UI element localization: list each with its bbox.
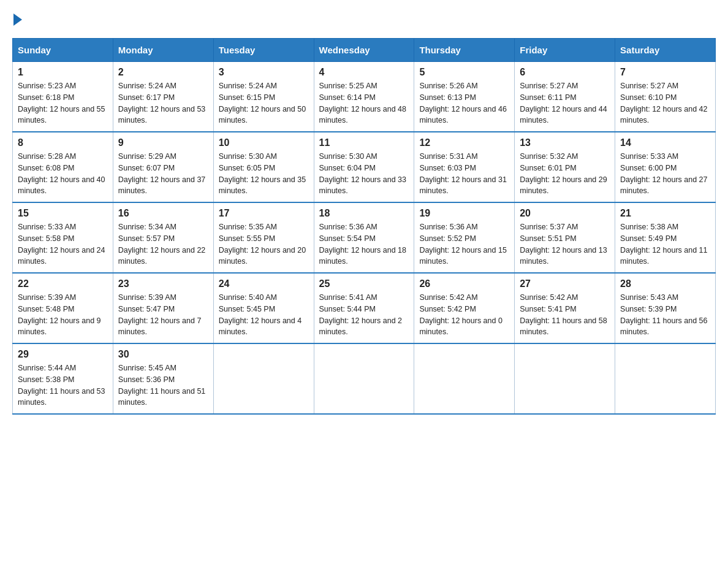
calendar-cell: 13Sunrise: 5:32 AMSunset: 6:01 PMDayligh… (515, 132, 615, 202)
day-number: 13 (520, 137, 610, 148)
calendar-cell (213, 343, 314, 414)
day-number: 27 (520, 278, 610, 289)
day-info: Sunrise: 5:41 AMSunset: 5:44 PMDaylight:… (319, 292, 409, 338)
day-number: 19 (419, 208, 509, 219)
day-info: Sunrise: 5:25 AMSunset: 6:14 PMDaylight:… (319, 80, 409, 126)
calendar-cell (314, 343, 414, 414)
day-info: Sunrise: 5:45 AMSunset: 5:36 PMDaylight:… (118, 362, 208, 408)
day-info: Sunrise: 5:26 AMSunset: 6:13 PMDaylight:… (419, 80, 509, 126)
calendar-cell: 16Sunrise: 5:34 AMSunset: 5:57 PMDayligh… (113, 202, 213, 273)
day-info: Sunrise: 5:31 AMSunset: 6:03 PMDaylight:… (419, 151, 509, 197)
logo-arrow-icon (13, 13, 22, 26)
day-number: 26 (419, 278, 509, 289)
day-info: Sunrise: 5:43 AMSunset: 5:39 PMDaylight:… (620, 292, 710, 338)
day-number: 10 (219, 137, 309, 148)
calendar-cell: 1Sunrise: 5:23 AMSunset: 6:18 PMDaylight… (13, 62, 113, 132)
calendar-cell: 26Sunrise: 5:42 AMSunset: 5:42 PMDayligh… (414, 273, 515, 343)
calendar-week-row: 29Sunrise: 5:44 AMSunset: 5:38 PMDayligh… (13, 343, 716, 414)
day-info: Sunrise: 5:35 AMSunset: 5:55 PMDaylight:… (219, 221, 309, 267)
calendar-cell: 17Sunrise: 5:35 AMSunset: 5:55 PMDayligh… (213, 202, 314, 273)
logo (12, 12, 22, 26)
day-number: 30 (118, 349, 208, 360)
calendar-table: SundayMondayTuesdayWednesdayThursdayFrid… (12, 38, 716, 415)
calendar-cell: 4Sunrise: 5:25 AMSunset: 6:14 PMDaylight… (314, 62, 414, 132)
calendar-cell: 5Sunrise: 5:26 AMSunset: 6:13 PMDaylight… (414, 62, 515, 132)
day-info: Sunrise: 5:33 AMSunset: 5:58 PMDaylight:… (18, 221, 108, 267)
calendar-cell (515, 343, 615, 414)
weekday-header-friday: Friday (515, 39, 615, 62)
day-info: Sunrise: 5:42 AMSunset: 5:41 PMDaylight:… (520, 292, 610, 338)
calendar-cell: 7Sunrise: 5:27 AMSunset: 6:10 PMDaylight… (615, 62, 716, 132)
day-number: 28 (620, 278, 710, 289)
day-info: Sunrise: 5:27 AMSunset: 6:11 PMDaylight:… (520, 80, 610, 126)
day-number: 20 (520, 208, 610, 219)
day-number: 4 (319, 67, 409, 78)
day-number: 24 (219, 278, 309, 289)
day-info: Sunrise: 5:33 AMSunset: 6:00 PMDaylight:… (620, 151, 710, 197)
page-header (12, 12, 716, 26)
calendar-cell: 10Sunrise: 5:30 AMSunset: 6:05 PMDayligh… (213, 132, 314, 202)
calendar-week-row: 8Sunrise: 5:28 AMSunset: 6:08 PMDaylight… (13, 132, 716, 202)
day-info: Sunrise: 5:28 AMSunset: 6:08 PMDaylight:… (18, 151, 108, 197)
day-info: Sunrise: 5:24 AMSunset: 6:17 PMDaylight:… (118, 80, 208, 126)
calendar-cell: 24Sunrise: 5:40 AMSunset: 5:45 PMDayligh… (213, 273, 314, 343)
calendar-cell: 29Sunrise: 5:44 AMSunset: 5:38 PMDayligh… (13, 343, 113, 414)
weekday-header-saturday: Saturday (615, 39, 716, 62)
day-number: 5 (419, 67, 509, 78)
calendar-cell: 25Sunrise: 5:41 AMSunset: 5:44 PMDayligh… (314, 273, 414, 343)
weekday-header-thursday: Thursday (414, 39, 515, 62)
calendar-cell: 22Sunrise: 5:39 AMSunset: 5:48 PMDayligh… (13, 273, 113, 343)
day-info: Sunrise: 5:29 AMSunset: 6:07 PMDaylight:… (118, 151, 208, 197)
day-info: Sunrise: 5:30 AMSunset: 6:05 PMDaylight:… (219, 151, 309, 197)
day-number: 7 (620, 67, 710, 78)
calendar-cell: 11Sunrise: 5:30 AMSunset: 6:04 PMDayligh… (314, 132, 414, 202)
day-info: Sunrise: 5:44 AMSunset: 5:38 PMDaylight:… (18, 362, 108, 408)
calendar-cell: 21Sunrise: 5:38 AMSunset: 5:49 PMDayligh… (615, 202, 716, 273)
calendar-cell: 18Sunrise: 5:36 AMSunset: 5:54 PMDayligh… (314, 202, 414, 273)
calendar-cell: 2Sunrise: 5:24 AMSunset: 6:17 PMDaylight… (113, 62, 213, 132)
weekday-header-wednesday: Wednesday (314, 39, 414, 62)
day-info: Sunrise: 5:34 AMSunset: 5:57 PMDaylight:… (118, 221, 208, 267)
day-info: Sunrise: 5:24 AMSunset: 6:15 PMDaylight:… (219, 80, 309, 126)
day-info: Sunrise: 5:37 AMSunset: 5:51 PMDaylight:… (520, 221, 610, 267)
day-number: 29 (18, 349, 108, 360)
day-info: Sunrise: 5:36 AMSunset: 5:54 PMDaylight:… (319, 221, 409, 267)
day-info: Sunrise: 5:36 AMSunset: 5:52 PMDaylight:… (419, 221, 509, 267)
calendar-cell: 9Sunrise: 5:29 AMSunset: 6:07 PMDaylight… (113, 132, 213, 202)
day-info: Sunrise: 5:30 AMSunset: 6:04 PMDaylight:… (319, 151, 409, 197)
day-info: Sunrise: 5:23 AMSunset: 6:18 PMDaylight:… (18, 80, 108, 126)
weekday-header-tuesday: Tuesday (213, 39, 314, 62)
day-number: 3 (219, 67, 309, 78)
day-number: 17 (219, 208, 309, 219)
day-info: Sunrise: 5:38 AMSunset: 5:49 PMDaylight:… (620, 221, 710, 267)
calendar-cell: 3Sunrise: 5:24 AMSunset: 6:15 PMDaylight… (213, 62, 314, 132)
day-info: Sunrise: 5:32 AMSunset: 6:01 PMDaylight:… (520, 151, 610, 197)
day-info: Sunrise: 5:39 AMSunset: 5:48 PMDaylight:… (18, 292, 108, 338)
day-number: 22 (18, 278, 108, 289)
calendar-cell: 15Sunrise: 5:33 AMSunset: 5:58 PMDayligh… (13, 202, 113, 273)
day-number: 9 (118, 137, 208, 148)
calendar-week-row: 1Sunrise: 5:23 AMSunset: 6:18 PMDaylight… (13, 62, 716, 132)
day-number: 11 (319, 137, 409, 148)
day-number: 18 (319, 208, 409, 219)
calendar-cell (615, 343, 716, 414)
weekday-header-row: SundayMondayTuesdayWednesdayThursdayFrid… (13, 39, 716, 62)
day-number: 15 (18, 208, 108, 219)
day-info: Sunrise: 5:39 AMSunset: 5:47 PMDaylight:… (118, 292, 208, 338)
calendar-week-row: 15Sunrise: 5:33 AMSunset: 5:58 PMDayligh… (13, 202, 716, 273)
day-number: 1 (18, 67, 108, 78)
calendar-cell: 6Sunrise: 5:27 AMSunset: 6:11 PMDaylight… (515, 62, 615, 132)
day-number: 6 (520, 67, 610, 78)
calendar-cell: 28Sunrise: 5:43 AMSunset: 5:39 PMDayligh… (615, 273, 716, 343)
day-number: 12 (419, 137, 509, 148)
calendar-cell: 23Sunrise: 5:39 AMSunset: 5:47 PMDayligh… (113, 273, 213, 343)
calendar-cell (414, 343, 515, 414)
day-info: Sunrise: 5:27 AMSunset: 6:10 PMDaylight:… (620, 80, 710, 126)
day-info: Sunrise: 5:42 AMSunset: 5:42 PMDaylight:… (419, 292, 509, 338)
calendar-cell: 20Sunrise: 5:37 AMSunset: 5:51 PMDayligh… (515, 202, 615, 273)
day-info: Sunrise: 5:40 AMSunset: 5:45 PMDaylight:… (219, 292, 309, 338)
calendar-week-row: 22Sunrise: 5:39 AMSunset: 5:48 PMDayligh… (13, 273, 716, 343)
day-number: 21 (620, 208, 710, 219)
day-number: 8 (18, 137, 108, 148)
day-number: 14 (620, 137, 710, 148)
